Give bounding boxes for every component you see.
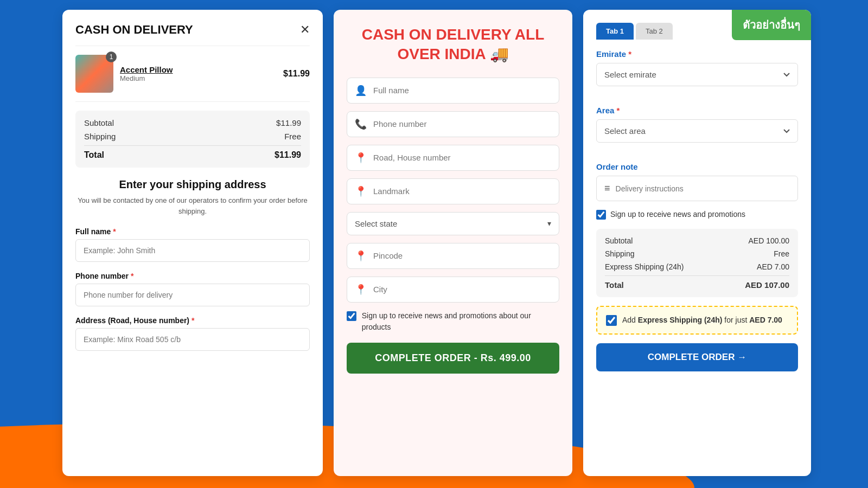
summary-total-label: Total [605, 280, 624, 290]
total-row: Total $11.99 [84, 145, 301, 160]
pincode-field: 📍 [347, 243, 559, 269]
order-note-label: Order note [596, 162, 798, 171]
phone-middle-input[interactable] [373, 119, 551, 129]
summary-express: Express Shipping (24h) AED 7.00 [605, 262, 789, 271]
required-star-addr: * [192, 316, 194, 325]
left-title: CASH ON DELIVERY [75, 23, 193, 37]
area-select[interactable]: Select area [596, 119, 798, 143]
location-icon-pincode: 📍 [355, 250, 367, 262]
fullname-middle-input[interactable] [373, 86, 551, 95]
express-shipping-box: Add Express Shipping (24h) for just AED … [596, 306, 798, 335]
required-star: * [113, 227, 116, 236]
summary-shipping-label: Shipping [605, 249, 635, 258]
address-label: Address (Road, House number) * [75, 316, 310, 325]
complete-order-button-right[interactable]: COMPLETE ORDER → [596, 343, 798, 371]
product-info: Accent Pillow Medium [120, 65, 277, 82]
summary-total: Total AED 107.00 [605, 275, 789, 290]
product-name: Accent Pillow [120, 65, 277, 74]
emirate-required: * [628, 49, 631, 59]
address-group: Address (Road, House number) * [75, 316, 310, 351]
fullname-group: Full name * [75, 227, 310, 262]
cost-table: Subtotal $11.99 Shipping Free Total $11.… [75, 111, 310, 168]
summary-shipping-value: Free [774, 249, 789, 258]
location-icon-landmark: 📍 [355, 185, 367, 197]
product-image-wrap: 1 [75, 55, 113, 93]
shipping-title: Enter your shipping address [75, 178, 310, 191]
state-select-row: Select state ▾ [347, 212, 559, 235]
shipping-row: Shipping Free [84, 132, 301, 141]
summary-box: Subtotal AED 100.00 Shipping Free Expres… [596, 229, 798, 297]
fullname-label: Full name * [75, 227, 310, 236]
location-icon-city: 📍 [355, 284, 367, 296]
chevron-down-icon: ▾ [547, 219, 551, 228]
area-group: Area * Select area [596, 106, 798, 152]
summary-subtotal-value: AED 100.00 [749, 236, 790, 245]
shipping-sub: You will be contacted by one of our oper… [75, 195, 310, 216]
signup-row-middle: Sign up to receive news and promotions a… [347, 310, 559, 333]
express-text: Add Express Shipping (24h) for just AED … [622, 314, 782, 326]
example-badge: ตัวอย่างอื่นๆ [732, 10, 811, 40]
address-input[interactable] [75, 328, 310, 351]
left-header: CASH ON DELIVERY ✕ [75, 23, 310, 46]
complete-order-button-middle[interactable]: COMPLETE ORDER - Rs. 499.00 [347, 343, 559, 374]
product-row: 1 Accent Pillow Medium $11.99 [75, 55, 310, 102]
complete-order-label: COMPLETE ORDER → [648, 352, 746, 363]
order-note-box: ≡ [596, 176, 798, 201]
city-input[interactable] [373, 285, 551, 294]
phone-label: Phone number * [75, 272, 310, 280]
close-button[interactable]: ✕ [300, 23, 310, 37]
landmark-field: 📍 [347, 178, 559, 204]
summary-express-value: AED 7.00 [757, 262, 789, 271]
location-icon-road: 📍 [355, 152, 367, 164]
pincode-input[interactable] [373, 251, 551, 260]
total-value: $11.99 [275, 150, 301, 160]
left-panel: CASH ON DELIVERY ✕ 1 Accent Pillow Mediu… [62, 10, 323, 476]
express-checkbox[interactable] [606, 315, 617, 326]
summary-express-label: Express Shipping (24h) [605, 262, 684, 271]
emirate-group: Emirate * Select emirate [596, 49, 798, 96]
right-panel: ตัวอย่างอื่นๆ Tab 1 Tab 2 Emirate * Sele… [583, 10, 811, 476]
signup-text-middle: Sign up to receive news and promotions a… [362, 310, 559, 333]
summary-subtotal-label: Subtotal [605, 236, 633, 245]
area-label: Area * [596, 106, 798, 115]
state-select[interactable]: Select state [355, 219, 547, 228]
tab-1[interactable]: Tab 1 [596, 23, 634, 40]
emirate-select[interactable]: Select emirate [596, 63, 798, 86]
signup-checkbox-right[interactable] [596, 210, 606, 220]
road-field: 📍 [347, 145, 559, 171]
summary-subtotal: Subtotal AED 100.00 [605, 236, 789, 245]
subtotal-value: $11.99 [276, 118, 301, 127]
shipping-label: Shipping [84, 132, 116, 141]
person-icon: 👤 [355, 85, 367, 97]
required-star-phone: * [131, 272, 133, 280]
shipping-value: Free [284, 132, 301, 141]
middle-panel: CASH ON DELIVERY ALL OVER INDIA 🚚 👤 📞 📍 … [334, 10, 572, 476]
delivery-instructions-input[interactable] [616, 184, 790, 193]
signup-checkbox-middle[interactable] [347, 311, 356, 321]
road-input[interactable] [373, 153, 551, 162]
product-price: $11.99 [283, 69, 310, 79]
area-required: * [617, 106, 620, 115]
product-variant: Medium [120, 74, 277, 82]
tab-2[interactable]: Tab 2 [636, 23, 673, 40]
lines-icon: ≡ [604, 183, 610, 194]
phone-field: 📞 [347, 111, 559, 137]
fullname-field: 👤 [347, 78, 559, 104]
total-label: Total [84, 150, 104, 160]
signup-text-right: Sign up to receive news and promotions [610, 209, 745, 220]
fullname-input[interactable] [75, 239, 310, 262]
phone-group: Phone number * [75, 272, 310, 306]
city-field: 📍 [347, 277, 559, 303]
product-badge: 1 [106, 52, 117, 62]
phone-input[interactable] [75, 284, 310, 306]
landmark-input[interactable] [373, 187, 551, 196]
summary-shipping: Shipping Free [605, 249, 789, 258]
middle-title: CASH ON DELIVERY ALL OVER INDIA 🚚 [347, 25, 559, 65]
signup-row-right: Sign up to receive news and promotions [596, 209, 798, 220]
summary-total-value: AED 107.00 [745, 280, 789, 290]
subtotal-label: Subtotal [84, 118, 114, 127]
phone-icon: 📞 [355, 118, 367, 130]
subtotal-row: Subtotal $11.99 [84, 118, 301, 127]
emirate-label: Emirate * [596, 49, 798, 59]
